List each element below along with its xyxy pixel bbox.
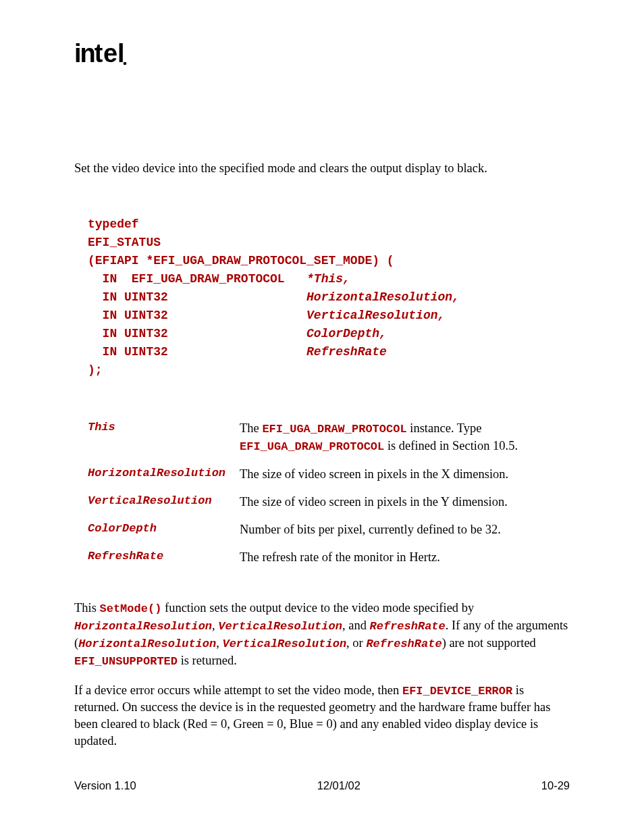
- proto-arg: RefreshRate: [306, 345, 387, 359]
- param-row: VerticalResolution The size of video scr…: [88, 494, 570, 511]
- description-paragraph: This SetMode() function sets the output …: [74, 600, 570, 670]
- description-paragraph: If a device error occurs while attempt t…: [74, 682, 570, 750]
- code-ref: SetMode(): [100, 602, 162, 615]
- param-name: This: [88, 420, 240, 435]
- prototype-block: typedef EFI_STATUS (EFIAPI *EFI_UGA_DRAW…: [88, 215, 570, 380]
- parameters-block: This The EFI_UGA_DRAW_PROTOCOL instance.…: [88, 420, 570, 566]
- proto-kw: IN UINT32: [88, 309, 306, 322]
- param-desc: The EFI_UGA_DRAW_PROTOCOL instance. Type…: [240, 420, 570, 455]
- proto-arg: *This,: [306, 272, 350, 286]
- proto-kw: IN UINT32: [88, 290, 306, 304]
- proto-line: EFI_STATUS: [88, 236, 161, 249]
- content: Set the video device into the specified …: [74, 160, 570, 750]
- param-ref: RefreshRate: [366, 637, 441, 650]
- param-row: This The EFI_UGA_DRAW_PROTOCOL instance.…: [88, 420, 570, 455]
- proto-arg: HorizontalResolution,: [306, 290, 460, 304]
- param-ref: RefreshRate: [370, 620, 446, 633]
- param-desc: The size of video screen in pixels in th…: [240, 466, 570, 483]
- proto-kw: IN EFI_UGA_DRAW_PROTOCOL: [88, 272, 306, 286]
- proto-arg: VerticalResolution,: [306, 309, 445, 322]
- param-name: ColorDepth: [88, 521, 240, 536]
- code-ref: EFI_DEVICE_ERROR: [402, 685, 512, 698]
- param-name: HorizontalResolution: [88, 466, 240, 481]
- param-name: RefreshRate: [88, 549, 240, 564]
- param-row: RefreshRate The refresh rate of the moni…: [88, 549, 570, 566]
- footer-version: Version 1.10: [74, 779, 136, 792]
- page-footer: Version 1.10 12/01/02 10-29: [74, 779, 570, 792]
- code-ref: EFI_UNSUPPORTED: [74, 655, 178, 668]
- param-ref: VerticalResolution: [218, 620, 342, 633]
- description-block: This SetMode() function sets the output …: [74, 600, 570, 750]
- svg-point-3: [124, 62, 127, 66]
- summary-text: Set the video device into the specified …: [74, 160, 570, 176]
- param-ref: VerticalResolution: [222, 637, 346, 650]
- param-desc: The refresh rate of the monitor in Hertz…: [240, 549, 570, 566]
- proto-line: typedef: [88, 217, 139, 231]
- code-ref: EFI_UGA_DRAW_PROTOCOL: [262, 423, 406, 436]
- svg-text:int: int: [74, 41, 103, 68]
- param-ref: HorizontalResolution: [78, 637, 216, 650]
- svg-text:e: e: [103, 41, 117, 68]
- code-ref: EFI_UGA_DRAW_PROTOCOL: [240, 440, 384, 453]
- proto-arg: ColorDepth,: [306, 327, 387, 340]
- intel-logo-svg: int e l: [74, 41, 128, 69]
- param-row: ColorDepth Number of bits per pixel, cur…: [88, 521, 570, 538]
- param-row: HorizontalResolution The size of video s…: [88, 466, 570, 483]
- proto-kw: IN UINT32: [88, 345, 306, 359]
- svg-text:l: l: [117, 41, 124, 68]
- param-name: VerticalResolution: [88, 494, 240, 509]
- footer-page-number: 10-29: [541, 779, 570, 792]
- param-desc: Number of bits per pixel, currently defi…: [240, 521, 570, 538]
- proto-line: (EFIAPI *EFI_UGA_DRAW_PROTOCOL_SET_MODE)…: [88, 254, 394, 267]
- page: int e l Set the video device into the sp…: [0, 0, 644, 834]
- proto-line: );: [88, 363, 103, 377]
- intel-logo: int e l: [74, 41, 128, 73]
- param-ref: HorizontalResolution: [74, 620, 212, 633]
- footer-date: 12/01/02: [317, 779, 360, 792]
- proto-kw: IN UINT32: [88, 327, 306, 340]
- param-desc: The size of video screen in pixels in th…: [240, 494, 570, 511]
